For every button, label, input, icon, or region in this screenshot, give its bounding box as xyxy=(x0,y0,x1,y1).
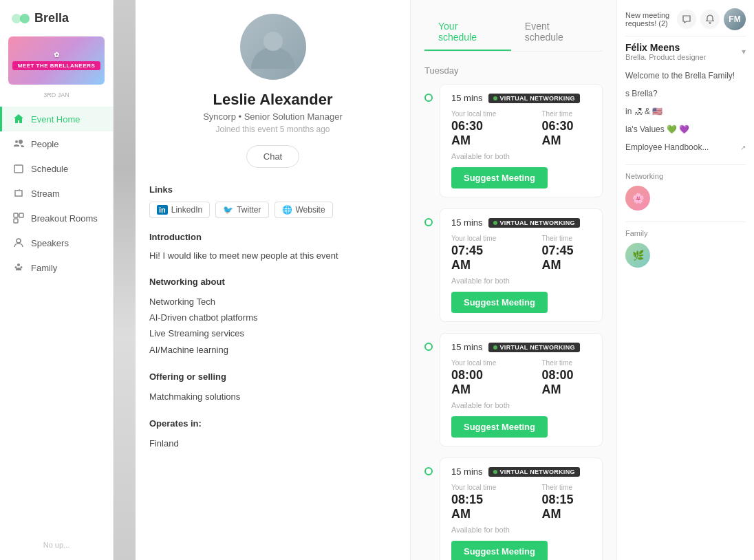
day-label: Tuesday xyxy=(424,65,603,76)
sidebar-item-stream[interactable]: Stream xyxy=(0,181,113,206)
sidebar-label-event-home: Event Home xyxy=(31,114,80,125)
local-time-col: Your local time 08:15 AM xyxy=(451,484,501,521)
chat-icon[interactable] xyxy=(677,10,696,29)
breakout-icon xyxy=(13,213,24,224)
profile-role-separator: • xyxy=(239,111,244,122)
suggest-meeting-button[interactable]: Suggest Meeting xyxy=(451,541,548,560)
slot-header: 15 mins VIRTUAL NETWORKING xyxy=(451,217,591,228)
right-user-header: Félix Meens Brella. Product designer ▾ xyxy=(625,42,746,61)
svg-rect-4 xyxy=(19,213,23,217)
profile-avatar-wrapper xyxy=(149,14,396,80)
local-time-col: Your local time 08:00 AM xyxy=(451,359,501,397)
external-link-icon[interactable]: ↗ xyxy=(740,142,746,153)
background-strip xyxy=(114,0,136,560)
local-time-value: 06:30 AM xyxy=(451,119,501,148)
tab-your-schedule[interactable]: Your schedule xyxy=(424,14,511,51)
local-time-col: Your local time 07:45 AM xyxy=(451,235,501,272)
profile-joined: Joined this event 5 months ago xyxy=(149,125,396,134)
their-time-label: Their time xyxy=(542,359,592,367)
right-user-role: Brella. Product designer xyxy=(625,53,706,61)
slot-card: 15 mins VIRTUAL NETWORKING Your local ti… xyxy=(440,208,603,322)
twitter-link[interactable]: 🐦 Twitter xyxy=(215,202,268,218)
sidebar-item-schedule[interactable]: Schedule xyxy=(0,156,113,181)
family-label-right: Family xyxy=(625,229,746,237)
available-text: Available for both xyxy=(451,152,591,160)
linkedin-link[interactable]: in LinkedIn xyxy=(149,202,210,218)
app-name: Brella xyxy=(34,11,69,25)
right-messages: Welcome to the Brella Family! s Brella? … xyxy=(625,69,746,153)
chat-button[interactable]: Chat xyxy=(246,145,299,168)
virtual-dot xyxy=(493,470,497,474)
chevron-down-icon[interactable]: ▾ xyxy=(742,47,746,56)
sidebar-nav: Event Home People Schedule Stream Breako… xyxy=(0,107,113,530)
twitter-label: Twitter xyxy=(237,205,261,215)
list-item: AI/Machine learning xyxy=(149,342,396,358)
virtual-badge: VIRTUAL NETWORKING xyxy=(488,343,580,352)
links-title: Links xyxy=(149,184,396,195)
local-time-value: 07:45 AM xyxy=(451,244,501,272)
slot-duration: 15 mins xyxy=(451,93,483,103)
list-item: Networking Tech xyxy=(149,294,396,310)
their-time-label: Their time xyxy=(542,110,592,118)
top-icons: FM xyxy=(677,8,746,30)
networking-section-right: Networking 🌸 xyxy=(625,164,746,211)
their-time-value: 06:30 AM xyxy=(542,119,592,148)
local-time-label: Your local time xyxy=(451,359,501,367)
people-icon xyxy=(13,138,24,149)
slot-header: 15 mins VIRTUAL NETWORKING xyxy=(451,466,591,477)
avatar xyxy=(240,14,306,80)
networking-avatars: 🌸 xyxy=(625,186,746,211)
sidebar-item-breakout-rooms[interactable]: Breakout Rooms xyxy=(0,206,113,230)
virtual-badge: VIRTUAL NETWORKING xyxy=(488,94,580,103)
their-time-value: 08:15 AM xyxy=(542,493,592,521)
time-slot-row: 15 mins VIRTUAL NETWORKING Your local ti… xyxy=(424,84,603,197)
sidebar: Brella ✿ MEET THE BRELLANEERS 3RD JAN Ev… xyxy=(0,0,114,560)
avatar-1: 🌸 xyxy=(625,186,650,211)
profile-name: Leslie Alexander xyxy=(149,91,396,109)
slot-times: Your local time 08:00 AM Their time 08:0… xyxy=(451,359,591,397)
available-text: Available for both xyxy=(451,401,591,409)
right-panel: New meeting requests! (2) FM Félix Meen xyxy=(616,0,754,560)
sidebar-item-people[interactable]: People xyxy=(0,131,113,156)
sidebar-label-schedule: Schedule xyxy=(31,164,68,174)
linkedin-icon: in xyxy=(157,205,168,215)
networking-label-right: Networking xyxy=(625,172,746,180)
website-link[interactable]: 🌐 Website xyxy=(274,202,333,218)
virtual-label: VIRTUAL NETWORKING xyxy=(500,95,575,102)
suggest-meeting-button[interactable]: Suggest Meeting xyxy=(451,416,548,438)
profile-company: Syncorp xyxy=(203,111,236,122)
user-avatar[interactable]: FM xyxy=(724,8,746,30)
introduction-text: Hi! I would like to meet new people at t… xyxy=(149,249,396,263)
virtual-dot xyxy=(493,345,497,349)
introduction-title: Introduction xyxy=(149,232,396,242)
suggest-meeting-button[interactable]: Suggest Meeting xyxy=(451,167,548,189)
slot-header: 15 mins VIRTUAL NETWORKING xyxy=(451,93,591,103)
operates-list: Finland xyxy=(149,435,396,451)
tab-event-schedule[interactable]: Event schedule xyxy=(511,14,603,51)
home-icon xyxy=(13,114,24,125)
svg-rect-2 xyxy=(14,165,23,173)
virtual-dot xyxy=(493,221,497,225)
notification-icon[interactable] xyxy=(700,10,720,29)
list-item: Finland xyxy=(149,435,396,451)
time-slot-row: 15 mins VIRTUAL NETWORKING Your local ti… xyxy=(424,208,603,322)
timeline-dot xyxy=(424,467,433,475)
slot-times: Your local time 07:45 AM Their time 07:4… xyxy=(451,235,591,272)
sidebar-item-event-home[interactable]: Event Home xyxy=(0,107,113,131)
slot-duration: 15 mins xyxy=(451,466,483,477)
virtual-label: VIRTUAL NETWORKING xyxy=(500,344,575,351)
links-row: in LinkedIn 🐦 Twitter 🌐 Website xyxy=(149,202,396,218)
their-time-col: Their time 07:45 AM xyxy=(542,235,592,272)
svg-point-1 xyxy=(20,14,30,23)
sidebar-item-family[interactable]: Family xyxy=(0,255,113,280)
profile-title: Senior Solution Manager xyxy=(244,111,343,122)
introduction-section: Introduction Hi! I would like to meet ne… xyxy=(149,232,396,263)
offering-title: Offering or selling xyxy=(149,371,396,382)
slot-duration: 15 mins xyxy=(451,217,483,228)
sidebar-item-speakers[interactable]: Speakers xyxy=(0,230,113,255)
sidebar-label-people: People xyxy=(31,139,58,149)
svg-point-0 xyxy=(12,14,21,23)
time-slot-row: 15 mins VIRTUAL NETWORKING Your local ti… xyxy=(424,457,603,560)
suggest-meeting-button[interactable]: Suggest Meeting xyxy=(451,292,548,313)
links-section: Links in LinkedIn 🐦 Twitter 🌐 Website xyxy=(149,184,396,218)
